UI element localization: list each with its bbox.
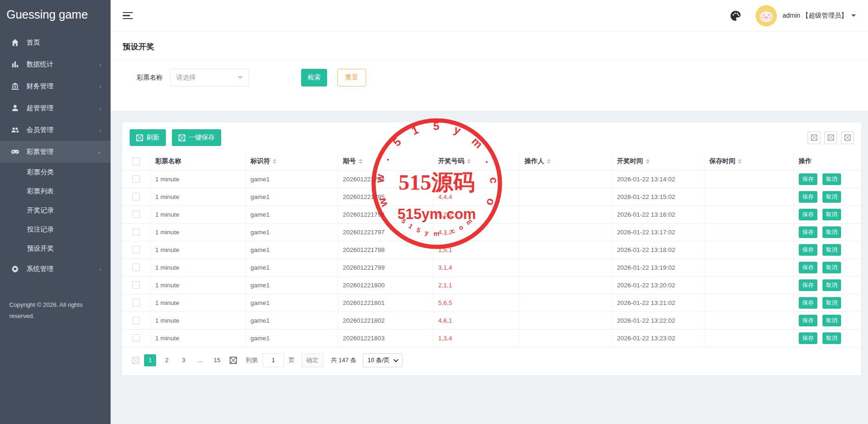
cell-draw-numbers: 2,1,1: [433, 276, 519, 294]
sort-icon[interactable]: [738, 157, 742, 166]
row-checkbox[interactable]: [132, 299, 140, 306]
bank-icon: [10, 82, 20, 91]
sidebar-item-members[interactable]: 会员管理 ›: [0, 119, 111, 141]
row-cancel-button[interactable]: 取消: [822, 209, 841, 220]
row-save-button[interactable]: 保存: [799, 315, 817, 326]
row-save-button[interactable]: 保存: [799, 209, 817, 220]
user-menu-caret-icon[interactable]: [851, 14, 856, 19]
row-checkbox[interactable]: [132, 334, 140, 342]
row-save-button[interactable]: 保存: [799, 297, 817, 309]
sidebar-subitem-lottery-list[interactable]: 彩票列表: [0, 182, 111, 201]
goto-page-input[interactable]: [263, 353, 284, 367]
sidebar-subitem-preset-draw[interactable]: 预设开奖: [0, 239, 111, 258]
search-button[interactable]: 检索: [301, 69, 327, 86]
sidebar-subitem-draw-records[interactable]: 开奖记录: [0, 201, 111, 220]
sidebar-item-finance[interactable]: 财务管理 ›: [0, 75, 111, 97]
row-checkbox[interactable]: [132, 175, 140, 183]
row-save-button[interactable]: 保存: [799, 226, 817, 238]
next-page-icon[interactable]: [227, 354, 239, 366]
page-number-2[interactable]: 2: [161, 354, 173, 366]
table-row: 1 minute game1 202601221802 4,6,1 2026-0…: [122, 311, 861, 329]
row-checkbox[interactable]: [132, 193, 140, 200]
cell-draw-time: 2026-01-22 13:17:02: [612, 223, 704, 241]
header-lottery-name: 彩票名称: [150, 152, 245, 170]
menu-toggle-icon[interactable]: [123, 10, 134, 21]
sidebar-item-statistics[interactable]: 数据统计 ›: [0, 53, 111, 75]
sidebar-item-label: 数据统计: [26, 60, 53, 69]
sort-icon[interactable]: [646, 157, 650, 166]
row-cancel-button[interactable]: 取消: [822, 332, 841, 344]
row-save-button[interactable]: 保存: [799, 173, 817, 185]
cell-draw-numbers: 4,4,4: [433, 188, 519, 205]
header-label: 期号: [343, 157, 356, 165]
table-tool-button-3[interactable]: [841, 132, 854, 144]
lottery-name-select[interactable]: 请选择: [170, 69, 249, 86]
page-number-3[interactable]: 3: [178, 354, 190, 366]
prev-page-icon[interactable]: [130, 354, 142, 366]
header-draw-numbers[interactable]: 开奖号码: [433, 152, 519, 170]
broken-glyph-icon: [136, 134, 143, 141]
header-label: 操作人: [525, 157, 544, 165]
page-head: 预设开奖 彩票名称 请选择 检索 重置: [111, 32, 868, 111]
row-cancel-button[interactable]: 取消: [822, 315, 841, 326]
cell-issue: 202601221798: [338, 241, 433, 258]
row-save-button[interactable]: 保存: [799, 332, 817, 344]
sort-icon[interactable]: [547, 157, 551, 166]
sidebar: Guessing game 首页 数据统计 › 财务管理 › 超管管理 ›: [0, 0, 111, 424]
sort-icon[interactable]: [467, 157, 471, 166]
row-cancel-button[interactable]: 取消: [822, 226, 841, 238]
sidebar-item-superadmin[interactable]: 超管管理 ›: [0, 97, 111, 119]
table-tool-button-2[interactable]: [824, 132, 837, 144]
row-cancel-button[interactable]: 取消: [822, 173, 841, 185]
table-row: 1 minute game1 202601221797 4,3,2 2026-0…: [122, 223, 861, 241]
row-cancel-button[interactable]: 取消: [822, 297, 841, 309]
row-checkbox[interactable]: [132, 264, 140, 271]
table-tool-button-1[interactable]: [808, 132, 820, 144]
reset-button[interactable]: 重置: [337, 69, 366, 86]
sidebar-subitem-lottery-category[interactable]: 彩票分类: [0, 163, 111, 182]
row-cancel-button[interactable]: 取消: [822, 279, 841, 291]
page-number-15[interactable]: 15: [211, 354, 223, 366]
header-operator[interactable]: 操作人: [519, 152, 612, 170]
header-label: 操作: [799, 157, 812, 165]
cell-lottery-name: 1 minute: [150, 258, 245, 276]
sidebar-subitem-bet-records[interactable]: 投注记录: [0, 220, 111, 239]
row-checkbox[interactable]: [132, 281, 140, 289]
row-cancel-button[interactable]: 取消: [822, 244, 841, 256]
page-number-1[interactable]: 1: [144, 354, 156, 366]
row-checkbox[interactable]: [132, 211, 140, 218]
header-save-time[interactable]: 保存时间: [704, 152, 794, 170]
select-all-checkbox[interactable]: [132, 158, 140, 165]
sort-icon[interactable]: [359, 157, 362, 166]
save-all-label: 一键保存: [189, 133, 215, 142]
row-save-button[interactable]: 保存: [799, 191, 817, 203]
username-text[interactable]: admin 【超级管理员】: [783, 12, 848, 20]
goto-confirm-button[interactable]: 确定: [301, 353, 323, 367]
refresh-button[interactable]: 刷新: [130, 129, 166, 146]
row-cancel-button[interactable]: 取消: [822, 191, 841, 203]
sort-icon[interactable]: [273, 157, 276, 166]
row-checkbox[interactable]: [132, 228, 140, 236]
row-save-button[interactable]: 保存: [799, 279, 817, 291]
page-title: 预设开奖: [123, 41, 856, 52]
header-draw-time[interactable]: 开奖时间: [612, 152, 704, 170]
row-save-button[interactable]: 保存: [799, 244, 817, 256]
header-issue[interactable]: 期号: [338, 152, 433, 170]
row-checkbox[interactable]: [132, 246, 140, 253]
total-count-text: 共 147 条: [331, 356, 356, 364]
row-checkbox[interactable]: [132, 317, 140, 324]
cell-identifier: game1: [246, 276, 338, 294]
sidebar-item-label: 超管管理: [26, 104, 53, 113]
sidebar-item-lottery[interactable]: 彩票管理 ⌄: [0, 141, 111, 163]
row-save-button[interactable]: 保存: [799, 262, 817, 273]
cell-save-time: [704, 223, 794, 241]
home-icon: [10, 39, 20, 47]
save-all-button[interactable]: 一键保存: [172, 129, 221, 146]
header-identifier[interactable]: 标识符: [246, 152, 338, 170]
sidebar-item-system[interactable]: 系统管理 ›: [0, 258, 111, 280]
sidebar-item-home[interactable]: 首页: [0, 32, 111, 53]
row-cancel-button[interactable]: 取消: [822, 262, 841, 273]
theme-palette-icon[interactable]: [730, 10, 742, 22]
user-avatar[interactable]: [756, 5, 777, 26]
per-page-select[interactable]: 10 条/页: [363, 353, 402, 367]
